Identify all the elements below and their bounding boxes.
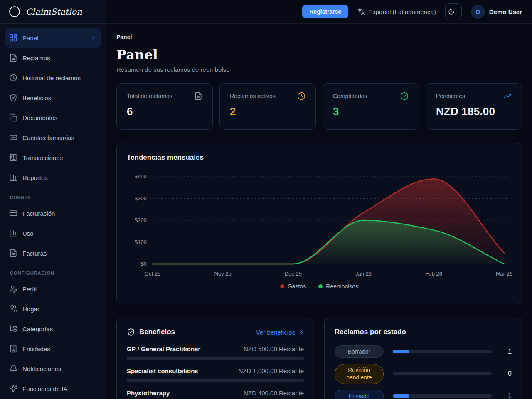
- status-badge: Enviado: [335, 390, 384, 399]
- claims-status-list: Borrador1Revisión pendiente0Enviado1: [335, 345, 512, 399]
- benefit-progress-bar: [127, 379, 304, 382]
- sidebar-nav: PanelReclamosHistorial de reclamosBenefi…: [0, 24, 106, 399]
- sidebar-item-perfil[interactable]: Perfil: [5, 279, 101, 299]
- file-text-icon: [194, 92, 202, 100]
- moon-icon: [448, 8, 455, 15]
- benefits-title: Beneficios: [139, 328, 175, 336]
- user-pen-icon: [9, 285, 17, 293]
- svg-text:Mar 26: Mar 26: [496, 271, 512, 277]
- sidebar-item-categorias[interactable]: Categorías: [5, 319, 101, 339]
- history-icon: [9, 74, 17, 82]
- svg-text:$300: $300: [135, 195, 147, 202]
- sidebar-item-hogar[interactable]: Hogar: [5, 299, 101, 319]
- benefit-item: PhysiotherapyNZD 400.00 Restante: [127, 389, 304, 399]
- monthly-trends-chart: $0$100$200$300$400Oct 25Nov 25Dec 25Jan …: [127, 167, 512, 282]
- chart-title: Tendencias mensuales: [127, 153, 512, 162]
- sidebar-item-uso[interactable]: Uso: [5, 223, 101, 243]
- sidebar-item-panel[interactable]: Panel: [5, 28, 101, 48]
- svg-text:$400: $400: [135, 173, 147, 180]
- benefit-item: GP / General PractitionerNZD 500.00 Rest…: [127, 345, 304, 360]
- benefit-name: GP / General Practitioner: [127, 345, 200, 352]
- benefit-name: Specialist consultations: [127, 367, 198, 374]
- svg-text:Nov 25: Nov 25: [214, 271, 232, 277]
- trending-up-icon: [503, 92, 512, 100]
- legend-dot-icon: [318, 284, 323, 288]
- sidebar-item-documentos[interactable]: Documentos: [5, 108, 101, 128]
- status-progress-bar: [393, 350, 492, 353]
- sidebar-item-reportes[interactable]: Reportes: [5, 167, 101, 187]
- page-subtitle: Resumen de sus reclamos de reembolso: [116, 66, 522, 73]
- sidebar-item-label: Funciones de IA: [22, 385, 67, 392]
- circle-check-icon: [400, 92, 409, 100]
- user-menu[interactable]: D Demo User: [471, 5, 522, 19]
- status-badge: Borrador: [335, 345, 384, 358]
- chevron-right-icon: [90, 34, 97, 41]
- stat-value: NZD 185.00: [436, 105, 512, 118]
- status-count: 0: [501, 370, 512, 377]
- language-selector[interactable]: Español (Latinoamérica): [357, 8, 436, 15]
- bell-icon: [9, 365, 17, 373]
- banknote-icon: [9, 133, 17, 142]
- stat-card: PendientesNZD 185.00: [426, 83, 522, 130]
- sidebar-item-label: Notificaciones: [22, 365, 61, 372]
- stat-label: Total de reclamos: [127, 93, 172, 99]
- sidebar-item-facturacion[interactable]: Facturación: [5, 203, 101, 223]
- sidebar-item-transacciones[interactable]: Transacciones: [5, 148, 101, 167]
- svg-text:$0: $0: [141, 261, 147, 267]
- status-badge: Revisión pendiente: [335, 364, 384, 384]
- sidebar-item-entidades[interactable]: Entidades: [5, 339, 101, 359]
- clock-icon: [297, 92, 305, 100]
- sidebar-item-reclamos[interactable]: Reclamos: [5, 48, 101, 68]
- svg-text:Jan 26: Jan 26: [355, 271, 372, 277]
- sidebar-item-label: Facturación: [22, 210, 55, 217]
- circle-icon: [8, 5, 21, 18]
- svg-text:Oct 25: Oct 25: [145, 271, 160, 277]
- legend-item: Reembolsos: [318, 283, 358, 290]
- legend-label: Gastos: [288, 283, 306, 290]
- stat-label: Pendientes: [436, 93, 465, 99]
- avatar: D: [471, 5, 485, 19]
- sidebar-item-notificaciones[interactable]: Notificaciones: [5, 359, 101, 379]
- sidebar-item-label: Perfil: [22, 286, 37, 293]
- sidebar-item-historial-de-reclamos[interactable]: Historial de reclamos: [5, 68, 101, 88]
- sidebar-item-label: Transacciones: [22, 154, 63, 161]
- file-text-icon: [9, 54, 17, 62]
- benefit-progress-bar: [127, 357, 304, 360]
- stats-grid: Total de reclamos6Reclamos activos2Compl…: [116, 83, 522, 130]
- topbar: Registrarse Español (Latinoamérica) D De…: [106, 0, 532, 24]
- arrow-right-icon: [298, 329, 304, 335]
- brand-logo[interactable]: ClaimStation: [0, 0, 106, 24]
- sidebar-item-beneficios[interactable]: Beneficios: [5, 88, 101, 108]
- breadcrumb: Panel: [116, 34, 522, 40]
- sidebar-item-label: Facturas: [22, 250, 47, 257]
- sidebar-item-funciones-de-ia[interactable]: Funciones de IA: [5, 379, 101, 399]
- theme-toggle-button[interactable]: [445, 3, 462, 20]
- svg-text:Dec 25: Dec 25: [285, 271, 302, 277]
- brand-name: ClaimStation: [26, 7, 82, 17]
- dashboard-content: Panel Panel Resumen de sus reclamos de r…: [106, 24, 532, 399]
- svg-text:Feb 26: Feb 26: [426, 271, 442, 277]
- benefit-remaining: NZD 500.00 Restante: [244, 345, 304, 352]
- benefits-list: GP / General PractitionerNZD 500.00 Rest…: [127, 345, 304, 399]
- nav-section-header: CUENTA: [5, 187, 101, 203]
- sidebar-item-cuentas-bancarias[interactable]: Cuentas bancarias: [5, 128, 101, 148]
- users-icon: [9, 305, 17, 313]
- svg-text:$200: $200: [135, 217, 147, 223]
- receipt-icon: [9, 153, 17, 162]
- sidebar-item-facturas[interactable]: Facturas: [5, 243, 101, 263]
- register-button[interactable]: Registrarse: [302, 5, 348, 18]
- view-benefits-link[interactable]: Ver beneficios: [256, 329, 304, 336]
- sidebar-item-label: Historial de reclamos: [22, 74, 81, 81]
- status-row: Borrador1: [335, 345, 512, 358]
- stat-value: 6: [127, 105, 202, 118]
- view-benefits-label: Ver beneficios: [256, 329, 295, 336]
- main-area: Registrarse Español (Latinoamérica) D De…: [106, 0, 532, 399]
- sidebar-item-label: Entidades: [22, 345, 50, 352]
- svg-text:$100: $100: [135, 239, 147, 245]
- benefit-item: Specialist consultationsNZD 1,000.00 Res…: [127, 367, 304, 382]
- sidebar-item-label: Cuentas bancarias: [22, 134, 74, 141]
- benefits-card: Beneficios Ver beneficios GP / General P…: [116, 318, 314, 399]
- credit-card-icon: [9, 209, 17, 217]
- sidebar-item-label: Documentos: [22, 114, 57, 121]
- language-label: Español (Latinoamérica): [368, 8, 436, 15]
